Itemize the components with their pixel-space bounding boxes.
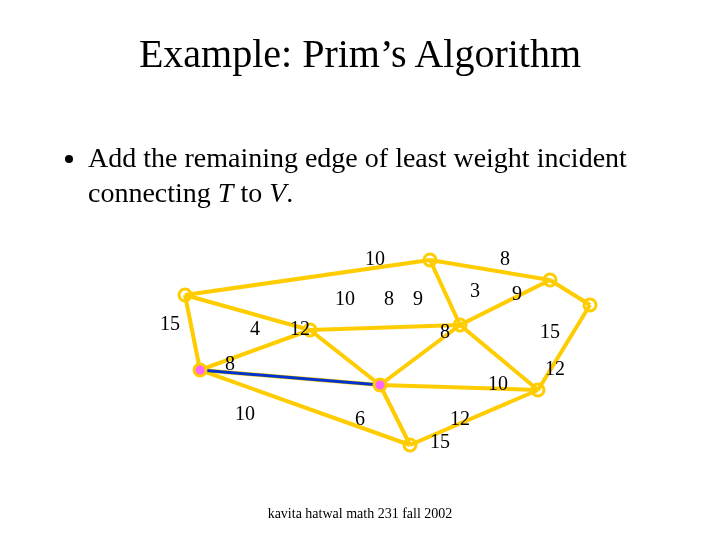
graph-svg: 15481012101088399815106121215 bbox=[130, 230, 590, 470]
bullet-text: Add the remaining edge of least weight i… bbox=[60, 140, 660, 210]
edge-weight: 9 bbox=[413, 287, 423, 309]
slide-title: Example: Prim’s Algorithm bbox=[0, 30, 720, 77]
bullet-prefix: Add the remaining edge of least weight i… bbox=[88, 142, 627, 208]
edge bbox=[430, 260, 460, 325]
edge-weight: 10 bbox=[365, 247, 385, 269]
edge-weight: 15 bbox=[540, 320, 560, 342]
edge-weight: 10 bbox=[335, 287, 355, 309]
edge-weight: 15 bbox=[430, 430, 450, 452]
edge-weight: 12 bbox=[545, 357, 565, 379]
edge-weight: 8 bbox=[384, 287, 394, 309]
edge-weight: 12 bbox=[290, 317, 310, 339]
bullet-italic-T: T bbox=[218, 177, 234, 208]
edge bbox=[185, 295, 200, 370]
slide: { "title": "Example: Prim’s Algorithm", … bbox=[0, 0, 720, 540]
edge-weight: 9 bbox=[512, 282, 522, 304]
edge-weight: 10 bbox=[235, 402, 255, 424]
bullet-italic-V: V bbox=[269, 177, 286, 208]
edge bbox=[430, 260, 550, 280]
bullet-suffix: . bbox=[286, 177, 293, 208]
edge bbox=[310, 330, 380, 385]
bullet-mid: to bbox=[233, 177, 269, 208]
edge-weight: 4 bbox=[250, 317, 260, 339]
edge-weight: 8 bbox=[225, 352, 235, 374]
edge bbox=[310, 325, 460, 330]
edge-weight: 8 bbox=[500, 247, 510, 269]
footer-text: kavita hatwal math 231 fall 2002 bbox=[0, 506, 720, 522]
graph: 15481012101088399815106121215 bbox=[130, 230, 590, 470]
edge-weight: 10 bbox=[488, 372, 508, 394]
edge bbox=[380, 385, 538, 390]
graph-node bbox=[374, 379, 386, 391]
graph-node bbox=[194, 364, 206, 376]
edge-weight: 3 bbox=[470, 279, 480, 301]
edge-weight: 8 bbox=[440, 320, 450, 342]
edge-weight: 12 bbox=[450, 407, 470, 429]
edge-weight: 6 bbox=[355, 407, 365, 429]
edge-weight: 15 bbox=[160, 312, 180, 334]
